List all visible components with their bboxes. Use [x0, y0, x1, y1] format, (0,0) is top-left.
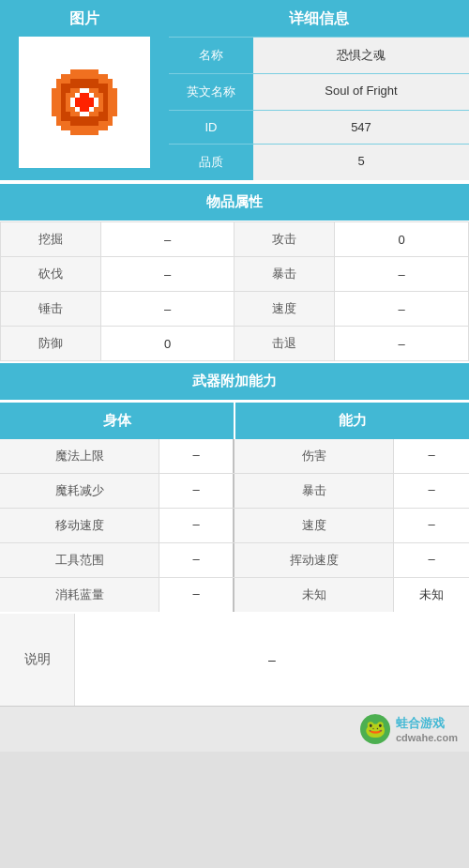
logo-brand: 蛙合游戏: [396, 715, 458, 732]
attr-value-dig: –: [100, 222, 234, 257]
ba-val-tool-range: –: [159, 543, 234, 577]
ba-val-damage: –: [394, 439, 469, 473]
attr-label-dig: 挖掘: [1, 222, 101, 257]
attr-value-attack: 0: [335, 222, 469, 257]
detail-label-name: 名称: [169, 38, 253, 73]
item-image: [19, 37, 150, 168]
attr-label-knockback: 击退: [234, 327, 335, 361]
main-container: 图片: [0, 0, 469, 752]
svg-rect-16: [61, 88, 70, 93]
ba-row-3: 工具范围 – 挥动速度 –: [0, 543, 469, 578]
attr-row-1: 砍伐 – 暴击 –: [1, 257, 469, 292]
ba-label-swing-speed: 挥动速度: [234, 543, 394, 577]
attr-label-crit: 暴击: [234, 257, 335, 292]
body-ability-header: 身体 能力: [0, 401, 469, 439]
detail-row-english: 英文名称 Soul of Fright: [169, 74, 469, 111]
detail-value-name: 恐惧之魂: [253, 38, 469, 73]
attr-label-chop: 砍伐: [1, 257, 101, 292]
detail-label-quality: 品质: [169, 145, 253, 180]
svg-rect-17: [98, 88, 108, 93]
ba-label-mana-limit: 魔法上限: [0, 439, 159, 473]
image-panel-header: 图片: [0, 0, 169, 37]
attr-label-hammer: 锤击: [1, 292, 101, 327]
description-section: 说明 –: [0, 612, 469, 706]
svg-rect-15: [61, 84, 108, 88]
attr-label-speed: 速度: [234, 292, 335, 327]
ba-val-speed2: –: [394, 509, 469, 542]
ba-val-move-speed: –: [159, 509, 234, 542]
attr-label-defense: 防御: [1, 327, 101, 361]
image-panel: 图片: [0, 0, 169, 180]
detail-panel-header: 详细信息: [169, 0, 469, 38]
detail-label-id: ID: [169, 111, 253, 144]
svg-rect-20: [61, 112, 70, 116]
ba-row-2: 移动速度 – 速度 –: [0, 509, 469, 543]
body-section-header: 身体: [0, 403, 235, 439]
attr-value-speed: –: [335, 292, 469, 327]
svg-rect-12: [61, 126, 108, 130]
description-label: 说明: [0, 614, 75, 706]
ba-label-mana-cost: 消耗蓝量: [0, 578, 159, 612]
ba-label-unknown: 未知: [234, 578, 394, 612]
svg-rect-23: [70, 121, 98, 126]
svg-rect-18: [61, 93, 66, 112]
soul-of-fright-icon: [47, 65, 122, 140]
attr-row-2: 锤击 – 速度 –: [1, 292, 469, 327]
attributes-table: 挖掘 – 攻击 0 砍伐 – 暴击 – 锤击 – 速度 – 防御 0 击退: [0, 221, 469, 361]
svg-rect-21: [98, 112, 108, 116]
attr-value-defense: 0: [100, 327, 234, 361]
attr-value-chop: –: [100, 257, 234, 292]
attr-value-knockback: –: [335, 327, 469, 361]
ba-val-crit2: –: [394, 474, 469, 508]
attr-value-hammer: –: [100, 292, 234, 327]
svg-rect-1: [61, 74, 108, 79]
detail-panel: 详细信息 名称 恐惧之魂 英文名称 Soul of Fright ID 547 …: [169, 0, 469, 180]
footer: 🐸 蛙合游戏 cdwahe.com: [0, 706, 469, 752]
detail-row-name: 名称 恐惧之魂: [169, 38, 469, 74]
svg-rect-29: [80, 93, 89, 112]
attr-label-attack: 攻击: [234, 222, 335, 257]
item-attributes-header: 物品属性: [0, 182, 469, 221]
attr-value-crit: –: [335, 257, 469, 292]
detail-row-quality: 品质 5: [169, 145, 469, 180]
svg-rect-0: [70, 69, 98, 74]
ba-label-move-speed: 移动速度: [0, 509, 159, 542]
svg-rect-22: [61, 116, 108, 121]
ba-row-0: 魔法上限 – 伤害 –: [0, 439, 469, 474]
detail-value-quality: 5: [253, 145, 469, 180]
attr-row-0: 挖掘 – 攻击 0: [1, 222, 469, 257]
ba-val-mana-reduce: –: [159, 474, 234, 508]
body-ability-rows: 魔法上限 – 伤害 – 魔耗减少 – 暴击 – 移动速度 – 速度 – 工具范围…: [0, 439, 469, 612]
ba-val-unknown: 未知: [394, 578, 469, 612]
ba-val-swing-speed: –: [394, 543, 469, 577]
ba-label-tool-range: 工具范围: [0, 543, 159, 577]
ba-row-1: 魔耗减少 – 暴击 –: [0, 474, 469, 509]
ba-label-speed2: 速度: [234, 509, 394, 542]
top-section: 图片: [0, 0, 469, 182]
logo-text: 蛙合游戏 cdwahe.com: [396, 715, 458, 743]
detail-table: 名称 恐惧之魂 英文名称 Soul of Fright ID 547 品质 5: [169, 38, 469, 180]
attr-row-3: 防御 0 击退 –: [1, 327, 469, 361]
footer-logo: 🐸 蛙合游戏 cdwahe.com: [360, 714, 458, 744]
detail-value-id: 547: [253, 111, 469, 144]
ability-section-header: 能力: [235, 403, 469, 439]
ba-label-crit2: 暴击: [234, 474, 394, 508]
logo-icon: 🐸: [360, 714, 390, 744]
weapon-bonus-header: 武器附加能力: [0, 361, 469, 401]
svg-rect-13: [70, 130, 98, 135]
ba-label-mana-reduce: 魔耗减少: [0, 474, 159, 508]
detail-value-english: Soul of Fright: [253, 74, 469, 110]
ba-row-4: 消耗蓝量 – 未知 未知: [0, 578, 469, 612]
ba-val-mana-limit: –: [159, 439, 234, 473]
ba-val-mana-cost: –: [159, 578, 234, 612]
svg-rect-14: [70, 79, 98, 84]
ba-label-damage: 伤害: [234, 439, 394, 473]
description-content: –: [75, 614, 469, 706]
detail-label-english: 英文名称: [169, 74, 253, 110]
svg-rect-19: [103, 93, 108, 112]
detail-row-id: ID 547: [169, 111, 469, 145]
logo-url: cdwahe.com: [396, 732, 458, 743]
